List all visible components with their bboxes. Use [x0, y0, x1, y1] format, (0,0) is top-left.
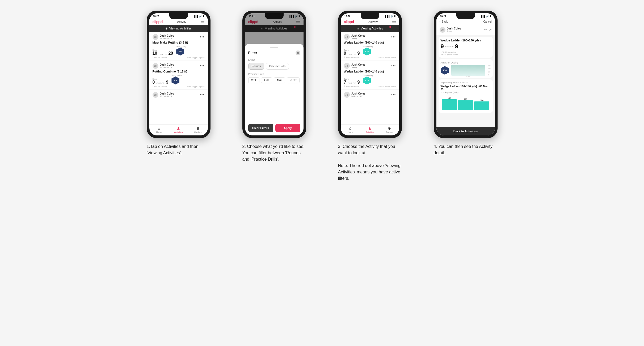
filter-handle-2 [270, 47, 278, 48]
status-icons-3: ▐▐▐ 🔊 ▮ [384, 15, 395, 18]
signal-icon-4: ▐▐▐ [480, 15, 485, 18]
quality-hex-3-1: 130 [363, 48, 371, 55]
dots-menu-3-1[interactable]: ••• [391, 35, 396, 39]
quality-hex-1-1: 75 [176, 48, 184, 55]
dots-menu-1-1[interactable]: ••• [200, 35, 205, 39]
card-footer-1-1: ℹ Test Information Data: Clippd Capture [153, 56, 205, 58]
arg-btn-2[interactable]: ARG [274, 77, 285, 83]
nav-capture-1[interactable]: ⊕ Capture [188, 126, 208, 133]
activity-title-1-2: Putting Combine (3-15 ft) [153, 70, 205, 73]
capture-icon-1: ⊕ [196, 126, 200, 130]
phone-column-4: 13:21 ▐▐▐ 🔊 ▮ < Back Cancel JC [423, 11, 508, 182]
red-dot-3 [389, 26, 391, 28]
outof-3-1: OUT OF [348, 53, 356, 55]
rounds-btn-2[interactable]: Rounds [248, 63, 264, 70]
score-label-3-1: Score [344, 49, 360, 51]
dots-menu-1-2[interactable]: ••• [200, 64, 205, 68]
nav-activities-1[interactable]: ♟ Activities [169, 126, 188, 133]
practice-drills-btn-2[interactable]: Practice Drills [266, 63, 289, 70]
bar-item-4-3: 124 [474, 99, 489, 110]
activity-card-3-1[interactable]: JC Josh Coles Today ••• Wedge Ladder (10… [341, 32, 399, 61]
user-info-3-1: JC Josh Coles Today [344, 34, 365, 40]
header-activity-3: Activity [368, 20, 378, 23]
signal-icon-3: ▐▐▐ [384, 15, 389, 18]
activity-card-3-2[interactable]: JC Josh Coles Today ••• Wedge Ladder (10… [341, 61, 399, 90]
clear-filters-btn-2[interactable]: Clear Filters [248, 124, 273, 132]
status-time-1: 13:20 [153, 15, 159, 18]
filter-buttons-2: Rounds Practice Drills [248, 63, 300, 70]
out-of-4: OUT OF [445, 45, 453, 48]
detail-content-4: Wedge Ladder (100–140 yds) 9 OUT OF 9 ℹ … [436, 35, 495, 135]
bar-item-4-2: 129 [458, 98, 473, 110]
dots-menu-3-3[interactable]: ••• [391, 93, 396, 97]
outof-3-2: OUT OF [348, 82, 356, 84]
filter-icon-3: ⚙ [357, 27, 359, 30]
card-header-1-1: JC Josh Coles 28 Feb 2023 ••• [153, 34, 205, 40]
home-icon-3: ⌂ [349, 126, 351, 130]
activity-card-1-3[interactable]: JC Josh Coles 28 Feb 2023 ••• [149, 90, 208, 101]
bar-fill-4-2 [458, 100, 473, 110]
stat-score-1-2: Score 0 OUT OF 9 [153, 78, 169, 84]
shots-val-1-1: 20 [168, 51, 173, 55]
activities-icon-1: ♟ [177, 126, 180, 130]
info-line-4: Test Information [443, 51, 456, 53]
practice-label-2: Practice Drills [248, 73, 300, 76]
logo-3: clippd [344, 20, 354, 24]
cancel-btn-4[interactable]: Cancel [483, 20, 491, 23]
nav-home-1[interactable]: ⌂ Home [149, 126, 169, 133]
viewing-bar-text-1: Viewing Activities [169, 27, 192, 30]
hamburger-menu-1[interactable] [201, 21, 204, 23]
phone-screen-2: 13:21 ▐▐▐ 🔊 ▮ clippd Activity [245, 13, 304, 135]
back-btn-4[interactable]: < Back [440, 20, 448, 23]
apply-btn-2[interactable]: Apply [275, 124, 300, 132]
dots-menu-1-3[interactable]: ••• [200, 93, 205, 97]
stat-score-3-2: Score 7 OUT OF 9 [344, 78, 360, 84]
bottom-nav-1: ⌂ Home ♟ Activities ⊕ Capture [149, 124, 208, 135]
user-name-3-2: Josh Coles [351, 63, 365, 66]
shots-value-4: 9 [455, 43, 458, 50]
description-4: 4. You can then see the Activity detail. [434, 143, 498, 156]
filter-icon-1: ⚙ [165, 27, 168, 30]
footer-right-1-2: Data: Clippd Capture [187, 86, 204, 87]
bar-val-4-1: 132 [448, 97, 451, 99]
ott-btn-2[interactable]: OTT [248, 77, 259, 83]
dots-menu-3-2[interactable]: ••• [391, 64, 396, 68]
close-btn-2[interactable]: ✕ [296, 50, 300, 55]
card-header-1-2: JC Josh Coles 28 Feb 2023 ••• [153, 63, 205, 69]
edit-icon-4[interactable]: ✏ [484, 28, 487, 32]
app-btn-2[interactable]: APP [261, 77, 272, 83]
data-line-4: Data: Clippd Capture [441, 54, 458, 55]
score-cols-1-2: Score 0 OUT OF 9 Shot Quality 45 [153, 74, 205, 84]
card-header-3-3: JC Josh Coles 28 Feb 2023 ••• [344, 92, 396, 98]
nav-capture-3[interactable]: ⊕ Capture [380, 126, 399, 133]
user-date-3-1: Today [351, 37, 365, 40]
card-footer-3-1: ℹ Test Information Data: Clippd Capture [344, 56, 396, 58]
expand-icon-4[interactable]: ⤢ [489, 28, 492, 32]
hamburger-menu-3[interactable] [392, 21, 396, 23]
nav-activities-3[interactable]: ♟ Activities [360, 126, 380, 133]
activity-card-3-3[interactable]: JC Josh Coles 28 Feb 2023 ••• [341, 90, 399, 101]
page-container: 13:20 ▐▐▐ 🔊 ▮ clippd Activity [136, 11, 508, 182]
phone-notch-3 [361, 13, 379, 19]
nav-home-3[interactable]: ⌂ Home [341, 126, 360, 133]
data-row-4: Data: Clippd Capture [441, 54, 481, 55]
chart-y-100: 100 [488, 68, 490, 70]
putt-btn-2[interactable]: PUTT [287, 77, 300, 83]
viewing-bar-3[interactable]: ⚙ Viewing Activities [341, 25, 399, 32]
activity-card-1-2[interactable]: JC Josh Coles 28 Feb 2023 ••• Putting Co… [149, 61, 208, 90]
activity-card-1-1[interactable]: JC Josh Coles 28 Feb 2023 ••• Must Make … [149, 32, 208, 61]
score-val-3-2: 7 [344, 80, 346, 84]
detail-header-4: < Back Cancel [436, 19, 495, 25]
user-date-1-1: 28 Feb 2023 [160, 37, 174, 40]
filter-title-2: Filter [248, 51, 257, 55]
outof-1-2: OUT OF [156, 82, 164, 84]
back-to-activities-btn-4[interactable]: Back to Activities [436, 127, 495, 135]
footer-right-3-2: Data: Clippd Capture [378, 86, 396, 87]
viewing-bar-1[interactable]: ⚙ Viewing Activities [149, 25, 208, 32]
user-name-1-1: Josh Coles [160, 34, 174, 37]
footer-right-3-1: Data: Clippd Capture [378, 57, 396, 58]
avatar-4: JC [440, 27, 445, 33]
bar-fill-4-1 [442, 99, 457, 110]
filter-overlay-2: Filter ✕ Show Rounds Practice Drills Pra… [245, 44, 304, 135]
card-header-3-2: JC Josh Coles Today ••• [344, 63, 396, 69]
